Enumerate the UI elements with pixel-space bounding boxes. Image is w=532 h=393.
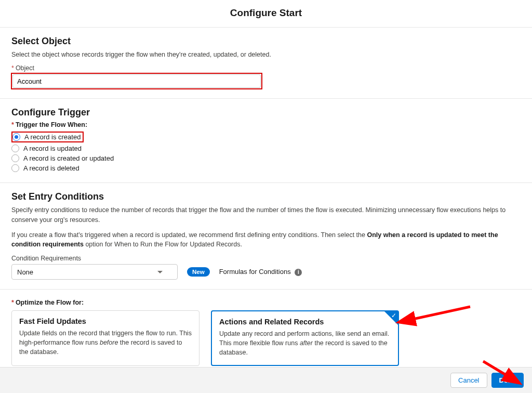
check-icon: ✓	[391, 312, 396, 319]
new-badge: New	[187, 267, 210, 277]
page-title: Configure Start	[0, 0, 532, 28]
optimize-label: Optimize the Flow for:	[11, 299, 521, 306]
trigger-radio-created-or-updated[interactable]	[11, 154, 19, 162]
trigger-radio-created[interactable]	[12, 133, 20, 141]
entry-conditions-para2: If you create a flow that's triggered wh…	[11, 230, 521, 250]
optimize-card-desc: Update any record and perform actions, l…	[219, 329, 391, 357]
formulas-for-conditions-label: Formulas for Conditions i	[219, 268, 302, 276]
select-object-subtext: Select the object whose records trigger …	[11, 50, 521, 59]
desc-em: after	[300, 339, 313, 347]
formulas-text: Formulas for Conditions	[219, 268, 291, 276]
section-entry-conditions: Set Entry Conditions Specify entry condi…	[0, 183, 532, 290]
optimize-card-actions-related[interactable]: ✓ Actions and Related Records Update any…	[211, 310, 399, 365]
object-input[interactable]	[12, 74, 261, 88]
optimize-cards: Fast Field Updates Update fields on the …	[11, 310, 521, 365]
trigger-radio-updated[interactable]	[11, 145, 19, 152]
entry-conditions-heading: Set Entry Conditions	[11, 191, 521, 202]
chevron-down-icon	[157, 271, 163, 273]
optimize-card-desc: Update fields on the record that trigger…	[19, 329, 192, 357]
para2-pre: If you create a flow that's triggered wh…	[11, 231, 367, 239]
configure-trigger-heading: Configure Trigger	[11, 107, 521, 118]
trigger-radio-label: A record is created	[24, 133, 81, 141]
section-configure-trigger: Configure Trigger Trigger the Flow When:…	[0, 99, 532, 183]
optimize-card-title: Actions and Related Records	[219, 318, 391, 326]
trigger-radio-label: A record is deleted	[23, 164, 79, 172]
condition-requirements-value: None	[17, 268, 33, 276]
info-icon[interactable]: i	[295, 269, 302, 276]
section-optimize: Optimize the Flow for: Fast Field Update…	[0, 290, 532, 371]
condition-requirements-select[interactable]: None	[11, 264, 178, 280]
optimize-card-title: Fast Field Updates	[19, 317, 192, 325]
condition-requirements-label: Condition Requirements	[11, 255, 521, 262]
dialog-footer: Cancel Done	[0, 367, 532, 393]
optimize-card-fast-updates[interactable]: Fast Field Updates Update fields on the …	[11, 310, 200, 365]
cancel-button[interactable]: Cancel	[450, 373, 487, 388]
para2-post: option for When to Run the Flow for Upda…	[84, 241, 242, 248]
trigger-option-highlight: A record is created	[11, 132, 84, 142]
trigger-radio-label: A record is updated	[23, 145, 82, 152]
select-object-heading: Select Object	[11, 36, 521, 47]
object-input-highlight	[11, 73, 262, 89]
trigger-radio-deleted[interactable]	[11, 164, 19, 172]
done-button[interactable]: Done	[491, 373, 524, 388]
desc-em: before	[100, 339, 118, 346]
section-select-object: Select Object Select the object whose re…	[0, 28, 532, 99]
entry-conditions-para1: Specify entry conditions to reduce the n…	[11, 205, 521, 225]
object-field-label: Object	[11, 64, 521, 72]
trigger-radio-label: A record is created or updated	[23, 154, 114, 162]
trigger-when-label: Trigger the Flow When:	[11, 121, 521, 128]
trigger-radio-list: A record is created A record is updated …	[11, 130, 521, 173]
